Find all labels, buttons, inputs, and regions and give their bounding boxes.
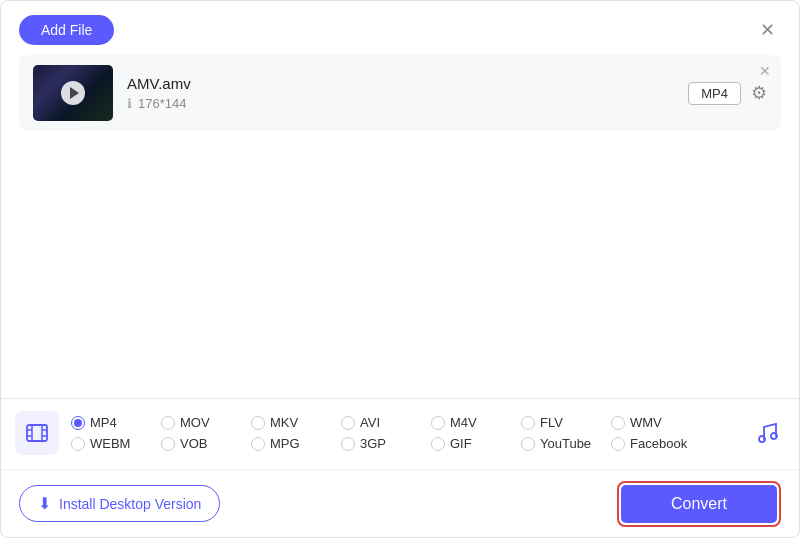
radio-gif[interactable] <box>431 437 445 451</box>
svg-rect-0 <box>27 425 47 441</box>
action-bar: ⬇ Install Desktop Version Convert <box>1 469 799 537</box>
close-window-button[interactable]: ✕ <box>754 19 781 41</box>
format-label-m4v: M4V <box>450 415 477 430</box>
format-option-vob[interactable]: VOB <box>161 436 231 451</box>
play-icon[interactable] <box>61 81 85 105</box>
format-option-mpg[interactable]: MPG <box>251 436 321 451</box>
add-file-button[interactable]: Add File <box>19 15 114 45</box>
format-label-avi: AVI <box>360 415 380 430</box>
format-option-gif[interactable]: GIF <box>431 436 501 451</box>
radio-webm[interactable] <box>71 437 85 451</box>
format-option-wmv[interactable]: WMV <box>611 415 681 430</box>
radio-mkv[interactable] <box>251 416 265 430</box>
radio-avi[interactable] <box>341 416 355 430</box>
file-card: AMV.amv ℹ 176*144 MP4 ⚙ ✕ <box>19 55 781 131</box>
info-icon: ℹ <box>127 96 132 111</box>
format-option-m4v[interactable]: M4V <box>431 415 501 430</box>
format-video-icon-box[interactable]: ⬛ <box>15 411 59 455</box>
radio-flv[interactable] <box>521 416 535 430</box>
file-meta: ℹ 176*144 <box>127 96 688 111</box>
music-icon-box[interactable] <box>745 411 789 455</box>
settings-icon[interactable]: ⚙ <box>751 82 767 104</box>
format-label-mov: MOV <box>180 415 210 430</box>
format-label-flv: FLV <box>540 415 563 430</box>
format-options: MP4 MOV MKV AVI M4V FLV <box>71 415 745 451</box>
install-desktop-button[interactable]: ⬇ Install Desktop Version <box>19 485 220 522</box>
install-label: Install Desktop Version <box>59 496 201 512</box>
file-resolution: 176*144 <box>138 96 186 111</box>
format-label-mp4: MP4 <box>90 415 117 430</box>
radio-vob[interactable] <box>161 437 175 451</box>
format-row-2: WEBM VOB MPG 3GP GIF YouTube <box>71 436 745 451</box>
format-badge[interactable]: MP4 <box>688 82 741 105</box>
music-icon <box>753 419 781 447</box>
format-option-webm[interactable]: WEBM <box>71 436 141 451</box>
format-option-mkv[interactable]: MKV <box>251 415 321 430</box>
format-label-mpg: MPG <box>270 436 300 451</box>
radio-mov[interactable] <box>161 416 175 430</box>
format-label-wmv: WMV <box>630 415 662 430</box>
format-option-flv[interactable]: FLV <box>521 415 591 430</box>
download-icon: ⬇ <box>38 494 51 513</box>
file-actions: MP4 ⚙ <box>688 82 767 105</box>
play-triangle <box>70 87 79 99</box>
format-row-1: MP4 MOV MKV AVI M4V FLV <box>71 415 745 430</box>
format-option-mov[interactable]: MOV <box>161 415 231 430</box>
radio-3gp[interactable] <box>341 437 355 451</box>
header: Add File ✕ <box>1 1 799 55</box>
format-label-gif: GIF <box>450 436 472 451</box>
format-label-3gp: 3GP <box>360 436 386 451</box>
radio-youtube[interactable] <box>521 437 535 451</box>
file-name: AMV.amv <box>127 75 688 92</box>
convert-button-wrapper: Convert <box>617 481 781 527</box>
file-info: AMV.amv ℹ 176*144 <box>127 75 688 111</box>
format-label-vob: VOB <box>180 436 207 451</box>
content-area <box>1 131 799 371</box>
format-option-3gp[interactable]: 3GP <box>341 436 411 451</box>
card-close-button[interactable]: ✕ <box>759 63 771 79</box>
format-bar: ⬛ MP4 MOV MKV <box>1 398 799 467</box>
format-label-mkv: MKV <box>270 415 298 430</box>
format-option-mp4[interactable]: MP4 <box>71 415 141 430</box>
radio-mpg[interactable] <box>251 437 265 451</box>
radio-mp4[interactable] <box>71 416 85 430</box>
format-label-youtube: YouTube <box>540 436 591 451</box>
format-label-facebook: Facebook <box>630 436 687 451</box>
format-option-facebook[interactable]: Facebook <box>611 436 687 451</box>
format-option-youtube[interactable]: YouTube <box>521 436 591 451</box>
radio-facebook[interactable] <box>611 437 625 451</box>
film-svg-icon <box>25 421 49 445</box>
format-option-avi[interactable]: AVI <box>341 415 411 430</box>
radio-m4v[interactable] <box>431 416 445 430</box>
convert-button[interactable]: Convert <box>621 485 777 523</box>
radio-wmv[interactable] <box>611 416 625 430</box>
format-label-webm: WEBM <box>90 436 130 451</box>
video-thumbnail <box>33 65 113 121</box>
